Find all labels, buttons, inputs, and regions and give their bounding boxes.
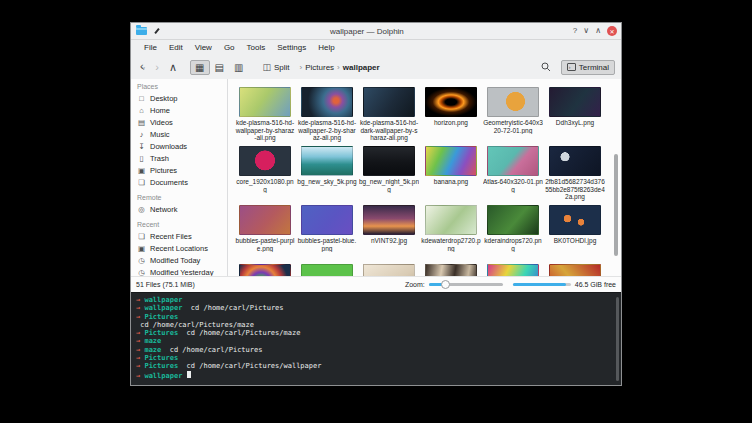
file-thumbnail xyxy=(549,264,601,276)
prompt-directory: wallpaper xyxy=(140,304,182,312)
file-thumbnail xyxy=(301,205,353,235)
sidebar-item-label: Network xyxy=(150,205,178,214)
prompt-directory: Pictures xyxy=(140,313,178,321)
breadcrumb-separator: › xyxy=(337,63,340,72)
menu-item-go[interactable]: Go xyxy=(219,42,240,53)
sidebar-item-downloads[interactable]: ↧Downloads xyxy=(137,140,227,152)
downloads-icon: ↧ xyxy=(137,142,146,151)
prompt-directory: maze xyxy=(140,346,161,354)
file-item[interactable]: BK0TOHDl.jpg xyxy=(544,205,606,264)
sidebar-item-modified-today[interactable]: ◷Modified Today xyxy=(137,254,227,266)
file-thumbnail xyxy=(425,146,477,176)
file-item[interactable]: bg_new_sky_5k.png xyxy=(296,146,358,205)
zoom-slider[interactable] xyxy=(429,283,503,286)
file-item[interactable]: bubbles-pastel-purple.png xyxy=(234,205,296,264)
sidebar: Places□Desktop⌂Home▤Videos♪Music↧Downloa… xyxy=(131,79,228,276)
menu-item-view[interactable]: View xyxy=(190,42,217,53)
maximize-button[interactable]: ∧ xyxy=(595,26,601,36)
close-button[interactable]: ✕ xyxy=(607,26,617,36)
sidebar-item-modified-yesterday[interactable]: ◷Modified Yesterday xyxy=(137,266,227,276)
file-view[interactable]: kde-plasma-516-hd-wallpaper-by-sharaz-al… xyxy=(228,79,621,276)
file-name: bubbles-pastel-purple.png xyxy=(235,237,295,252)
zoom-slider-knob[interactable] xyxy=(441,280,450,289)
file-item[interactable] xyxy=(358,264,420,276)
file-name: 2fb81d5682734d37655bb2e875f8263de42a.png xyxy=(545,178,605,201)
file-name: BK0TOHDl.jpg xyxy=(545,237,605,245)
terminal-toggle-button[interactable]: › Terminal xyxy=(561,60,615,75)
file-item[interactable]: kderaindrops720.png xyxy=(482,205,544,264)
file-name: kde-plasma-516-hd-wallpaper-2-by-sharaz-… xyxy=(297,119,357,142)
file-item[interactable] xyxy=(544,264,606,276)
breadcrumb-wallpaper[interactable]: wallpaper xyxy=(343,63,380,72)
back-button[interactable]: ‹∨ xyxy=(137,58,148,76)
command-text: cd /home/carl/Pictures/maze xyxy=(136,321,254,329)
file-thumbnail xyxy=(425,87,477,117)
split-button[interactable]: ◫ Split xyxy=(258,60,293,74)
file-name: Atlas-640x320-01.png xyxy=(483,178,543,193)
file-item[interactable]: kde-plasma-516-hd-wallpaper-by-sharaz-al… xyxy=(234,87,296,146)
title-bar[interactable]: wallpaper — Dolphin ? ∨ ∧ ✕ xyxy=(131,23,621,40)
file-name: Geometryistic-640x320-72-01.png xyxy=(483,119,543,134)
file-item[interactable]: Geometryistic-640x320-72-01.png xyxy=(482,87,544,146)
sidebar-item-desktop[interactable]: □Desktop xyxy=(137,92,227,104)
sidebar-item-label: Music xyxy=(150,130,170,139)
sidebar-item-recent-locations[interactable]: ▣Recent Locations xyxy=(137,242,227,254)
terminal-panel[interactable]: → wallpaper→ wallpaper cd /home/carl/Pic… xyxy=(131,292,621,385)
file-item[interactable]: 2fb81d5682734d37655bb2e875f8263de42a.png xyxy=(544,146,606,205)
terminal-icon: › xyxy=(567,63,576,71)
file-thumbnail xyxy=(487,264,539,276)
documents-icon: ❏ xyxy=(137,178,146,187)
help-button[interactable]: ? xyxy=(573,26,577,36)
columns-view-button[interactable]: ▥ xyxy=(229,60,248,75)
sidebar-item-documents[interactable]: ❏Documents xyxy=(137,176,227,188)
sidebar-item-label: Recent Locations xyxy=(150,244,208,253)
file-item[interactable]: kde-plasma-516-hd-wallpaper-2-by-sharaz-… xyxy=(296,87,358,146)
file-item[interactable] xyxy=(482,264,544,276)
file-item[interactable] xyxy=(296,264,358,276)
file-item[interactable] xyxy=(420,264,482,276)
search-button[interactable] xyxy=(539,60,553,74)
file-thumbnail xyxy=(363,205,415,235)
modified-yesterday-icon: ◷ xyxy=(137,268,146,277)
minimize-button[interactable]: ∨ xyxy=(583,26,589,36)
up-button[interactable]: ∧ xyxy=(166,59,180,75)
icons-view-button[interactable]: ▦ xyxy=(190,60,209,75)
vertical-scrollbar[interactable] xyxy=(614,154,618,256)
file-name: Ddh3xyL.png xyxy=(545,119,605,127)
sidebar-item-recent-files[interactable]: ❏Recent Files xyxy=(137,230,227,242)
file-item[interactable]: bubbles-pastel-blue.png xyxy=(296,205,358,264)
file-grid: kde-plasma-516-hd-wallpaper-by-sharaz-al… xyxy=(228,79,621,276)
sidebar-item-label: Pictures xyxy=(150,166,177,175)
sidebar-item-network[interactable]: ◎Network xyxy=(137,203,227,215)
file-thumbnail xyxy=(363,87,415,117)
terminal-scrollbar[interactable] xyxy=(616,297,619,381)
file-name: kdewaterdrop2720.png xyxy=(421,237,481,252)
sidebar-item-pictures[interactable]: ▣Pictures xyxy=(137,164,227,176)
sidebar-item-music[interactable]: ♪Music xyxy=(137,128,227,140)
file-item[interactable]: kdewaterdrop2720.png xyxy=(420,205,482,264)
file-item[interactable]: core_1920x1080.png xyxy=(234,146,296,205)
sidebar-section-places: Places xyxy=(137,83,227,90)
file-thumbnail xyxy=(239,205,291,235)
file-thumbnail xyxy=(487,87,539,117)
file-item[interactable]: horizon.png xyxy=(420,87,482,146)
file-item[interactable] xyxy=(234,264,296,276)
menu-item-settings[interactable]: Settings xyxy=(272,42,311,53)
breadcrumb-pictures[interactable]: Pictures xyxy=(305,63,334,72)
file-item[interactable]: Atlas-640x320-01.png xyxy=(482,146,544,205)
file-item[interactable]: banana.png xyxy=(420,146,482,205)
menu-item-edit[interactable]: Edit xyxy=(164,42,188,53)
menu-item-help[interactable]: Help xyxy=(313,42,339,53)
menu-item-tools[interactable]: Tools xyxy=(242,42,271,53)
forward-button[interactable]: › xyxy=(152,59,162,75)
details-view-button[interactable]: ▤ xyxy=(210,60,229,75)
menu-item-file[interactable]: File xyxy=(139,42,162,53)
file-item[interactable]: Ddh3xyL.png xyxy=(544,87,606,146)
sidebar-item-home[interactable]: ⌂Home xyxy=(137,104,227,116)
file-name: bubbles-pastel-blue.png xyxy=(297,237,357,252)
file-item[interactable]: nVINT92.jpg xyxy=(358,205,420,264)
sidebar-item-videos[interactable]: ▤Videos xyxy=(137,116,227,128)
file-item[interactable]: kde-plasma-516-hd-dark-wallpaper-by-shar… xyxy=(358,87,420,146)
file-item[interactable]: bg_new_night_5k.png xyxy=(358,146,420,205)
sidebar-item-trash[interactable]: ▯Trash xyxy=(137,152,227,164)
